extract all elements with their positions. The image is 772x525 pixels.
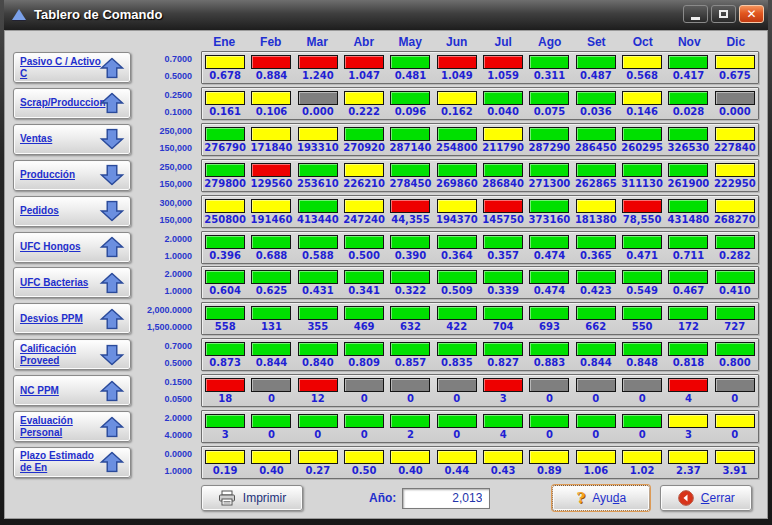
indicator-cell: 0.568 bbox=[619, 54, 665, 81]
sidebar-button-2[interactable]: Ventas bbox=[13, 124, 131, 155]
minimize-button[interactable] bbox=[683, 5, 708, 23]
status-light-green bbox=[622, 414, 662, 428]
cell-value: 287290 bbox=[529, 142, 571, 153]
cell-value: 269860 bbox=[436, 178, 478, 189]
month-header: Mar bbox=[294, 35, 341, 49]
indicator-cell: 1.240 bbox=[295, 54, 341, 81]
indicator-cell: 0.481 bbox=[387, 54, 433, 81]
status-light-green bbox=[668, 163, 708, 177]
sidebar-button-1[interactable]: Scrap/Produccion bbox=[13, 88, 131, 119]
indicator-cell: 18 bbox=[202, 377, 248, 404]
button-column: NC PPM bbox=[13, 374, 133, 407]
indicator-cell: 78,550 bbox=[619, 198, 665, 225]
cell-value: 227840 bbox=[714, 142, 756, 153]
indicator-cell: 0 bbox=[619, 413, 665, 440]
indicator-cell: 0.844 bbox=[248, 341, 294, 368]
indicator-cell: 0.809 bbox=[341, 341, 387, 368]
sidebar-button-5[interactable]: UFC Hongos bbox=[13, 232, 131, 263]
sidebar-button-11[interactable]: Plazo Estimado de En bbox=[13, 447, 131, 478]
sidebar-button-10[interactable]: Evaluación Personal bbox=[13, 411, 131, 442]
indicator-cell: 226210 bbox=[341, 162, 387, 189]
help-button[interactable]: ? Ayuda bbox=[552, 485, 650, 511]
cell-value: 0.857 bbox=[395, 357, 427, 368]
status-light-green bbox=[390, 55, 430, 69]
sidebar-button-0[interactable]: Pasivo C / Activo C bbox=[13, 52, 131, 83]
status-light-yellow bbox=[205, 199, 245, 213]
close-window-button[interactable]: Cerrar bbox=[660, 485, 752, 511]
status-light-red bbox=[390, 199, 430, 213]
status-light-gray bbox=[251, 378, 291, 392]
indicator-cell: 0.282 bbox=[712, 234, 758, 261]
indicator-cell: 4 bbox=[665, 377, 711, 404]
indicator-cell: 286840 bbox=[480, 162, 526, 189]
sidebar-button-3[interactable]: Producción bbox=[13, 160, 131, 191]
status-light-green bbox=[344, 342, 384, 356]
status-light-green bbox=[205, 235, 245, 249]
year-input[interactable] bbox=[402, 488, 490, 509]
indicator-cell: 0.390 bbox=[387, 234, 433, 261]
status-light-green bbox=[529, 235, 569, 249]
status-light-green bbox=[529, 270, 569, 284]
status-light-green bbox=[298, 342, 338, 356]
indicator-cell: 0.040 bbox=[480, 90, 526, 117]
indicator-cell: 0.800 bbox=[712, 341, 758, 368]
cell-value: 0.500 bbox=[348, 250, 380, 261]
arrow-down-icon bbox=[99, 344, 125, 365]
status-light-green bbox=[668, 199, 708, 213]
indicator-cell: 0.322 bbox=[387, 269, 433, 296]
sidebar-button-8[interactable]: Calificación Proveed bbox=[13, 339, 131, 370]
arrow-down-icon bbox=[99, 165, 125, 186]
help-icon: ? bbox=[577, 489, 586, 507]
indicator-cell: 211790 bbox=[480, 126, 526, 153]
indicator-cell: 268270 bbox=[712, 198, 758, 225]
status-light-green bbox=[622, 270, 662, 284]
maximize-button[interactable] bbox=[711, 5, 736, 23]
close-button[interactable]: ✕ bbox=[739, 5, 764, 23]
status-light-red bbox=[344, 55, 384, 69]
status-light-green bbox=[529, 342, 569, 356]
status-light-green bbox=[576, 306, 616, 320]
status-light-green bbox=[344, 414, 384, 428]
cell-value: 0.146 bbox=[626, 106, 658, 117]
status-light-yellow bbox=[622, 450, 662, 464]
cell-value: 558 bbox=[215, 321, 236, 332]
print-button[interactable]: Imprimir bbox=[201, 485, 303, 511]
indicator-cell: 0.036 bbox=[573, 90, 619, 117]
indicator-cell: 0.588 bbox=[295, 234, 341, 261]
scale-low-label: 1,500.0000 bbox=[133, 322, 192, 332]
indicator-cell: 0.357 bbox=[480, 234, 526, 261]
row-panel: 2798001295602536102262102784502698602868… bbox=[201, 159, 759, 192]
cell-value: 1.059 bbox=[487, 70, 519, 81]
indicator-cell: 0.883 bbox=[526, 341, 572, 368]
cell-value: 413440 bbox=[297, 214, 339, 225]
cell-value: 286840 bbox=[482, 178, 524, 189]
cell-value: 211790 bbox=[482, 142, 524, 153]
cell-value: 4 bbox=[685, 393, 692, 404]
cell-value: 0 bbox=[361, 393, 368, 404]
sidebar-button-6[interactable]: UFC Bacterias bbox=[13, 267, 131, 298]
cell-value: 0 bbox=[407, 393, 414, 404]
cell-value: 0 bbox=[639, 429, 646, 440]
sidebar-button-4[interactable]: Pedidos bbox=[13, 196, 131, 227]
status-light-green bbox=[298, 414, 338, 428]
status-light-red bbox=[298, 378, 338, 392]
indicator-cell: 0.857 bbox=[387, 341, 433, 368]
status-light-yellow bbox=[344, 163, 384, 177]
scale-high-label: 250,000 bbox=[133, 126, 192, 136]
cell-value: 0.000 bbox=[719, 106, 751, 117]
scale-column: 2.00001.0000 bbox=[133, 231, 201, 264]
cell-value: 0.604 bbox=[209, 285, 241, 296]
cell-value: 12 bbox=[311, 393, 325, 404]
sidebar-button-9[interactable]: NC PPM bbox=[13, 375, 131, 406]
indicator-cell: 558 bbox=[202, 305, 248, 332]
arrow-down-icon bbox=[99, 201, 125, 222]
cell-value: 129560 bbox=[251, 178, 293, 189]
cell-value: 18 bbox=[218, 393, 232, 404]
cell-value: 268270 bbox=[714, 214, 756, 225]
scale-low-label: 1.0000 bbox=[133, 286, 192, 296]
cell-value: 0.873 bbox=[209, 357, 241, 368]
sidebar-button-7[interactable]: Desvios PPM bbox=[13, 303, 131, 334]
cell-value: 693 bbox=[539, 321, 560, 332]
status-light-green bbox=[529, 91, 569, 105]
indicator-row: Plazo Estimado de En0.00001.00000.190.40… bbox=[13, 446, 759, 479]
